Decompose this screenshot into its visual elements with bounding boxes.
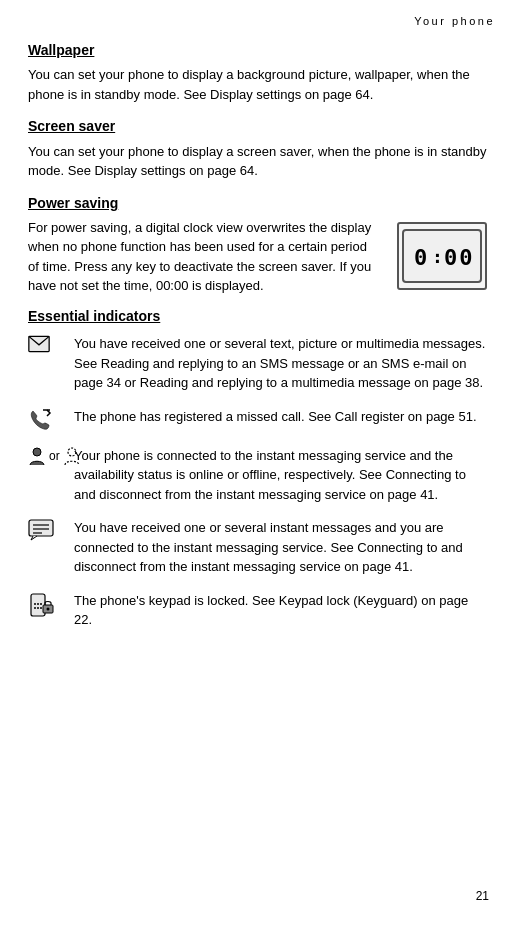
instant-message-icon [28, 518, 64, 541]
screen-saver-section: Screen saver You can set your phone to d… [28, 116, 487, 180]
svg-point-15 [40, 603, 42, 605]
main-content: Wallpaper You can set your phone to disp… [0, 36, 517, 674]
indicator-envelope-row: You have received one or several text, p… [28, 334, 487, 393]
indicators-list: You have received one or several text, p… [28, 334, 487, 630]
envelope-indicator-text: You have received one or several text, p… [74, 334, 487, 393]
essential-indicators-heading: Essential indicators [28, 306, 487, 326]
screen-saver-text: You can set your phone to display a scre… [28, 142, 487, 181]
power-saving-heading: Power saving [28, 193, 487, 213]
clock-svg: 0 : 00 [402, 229, 482, 283]
im-status-indicator-text: Your phone is connected to the instant m… [74, 446, 487, 505]
indicator-instant-msg-row: You have received one or several instant… [28, 518, 487, 577]
power-saving-text: For power saving, a digital clock view o… [28, 218, 381, 296]
instant-msg-indicator-text: You have received one or several instant… [74, 518, 487, 577]
wallpaper-section: Wallpaper You can set your phone to disp… [28, 40, 487, 104]
svg-point-14 [37, 603, 39, 605]
clock-illustration: 0 : 00 [397, 222, 487, 290]
essential-indicators-section: Essential indicators You have received o… [28, 306, 487, 630]
svg-point-16 [34, 607, 36, 609]
svg-text:00: 00 [444, 245, 475, 270]
page-number: 21 [476, 888, 489, 905]
svg-point-6 [33, 448, 41, 456]
indicator-im-status-row: or Your phone is connected to the instan… [28, 446, 487, 505]
missed-call-indicator-text: The phone has registered a missed call. … [74, 407, 487, 427]
page-header: Your phone [0, 0, 517, 36]
wallpaper-heading: Wallpaper [28, 40, 487, 60]
wallpaper-text: You can set your phone to display a back… [28, 65, 487, 104]
svg-point-13 [34, 603, 36, 605]
power-saving-section: Power saving For power saving, a digital… [28, 193, 487, 296]
keypad-lock-icon [28, 591, 64, 618]
indicator-missed-call-row: The phone has registered a missed call. … [28, 407, 487, 432]
keypad-lock-indicator-text: The phone's keypad is locked. See Keypad… [74, 591, 487, 630]
missed-call-icon [28, 407, 64, 432]
svg-point-17 [37, 607, 39, 609]
svg-text::: : [432, 246, 445, 267]
envelope-icon [28, 334, 64, 353]
power-saving-content: For power saving, a digital clock view o… [28, 218, 487, 296]
svg-point-20 [47, 607, 50, 610]
svg-text:0: 0 [414, 245, 429, 270]
or-label: or [49, 448, 60, 465]
im-status-icon: or [28, 446, 64, 467]
screen-saver-heading: Screen saver [28, 116, 487, 136]
header-title: Your phone [414, 15, 495, 27]
indicator-keypad-lock-row: The phone's keypad is locked. See Keypad… [28, 591, 487, 630]
svg-point-18 [40, 607, 42, 609]
